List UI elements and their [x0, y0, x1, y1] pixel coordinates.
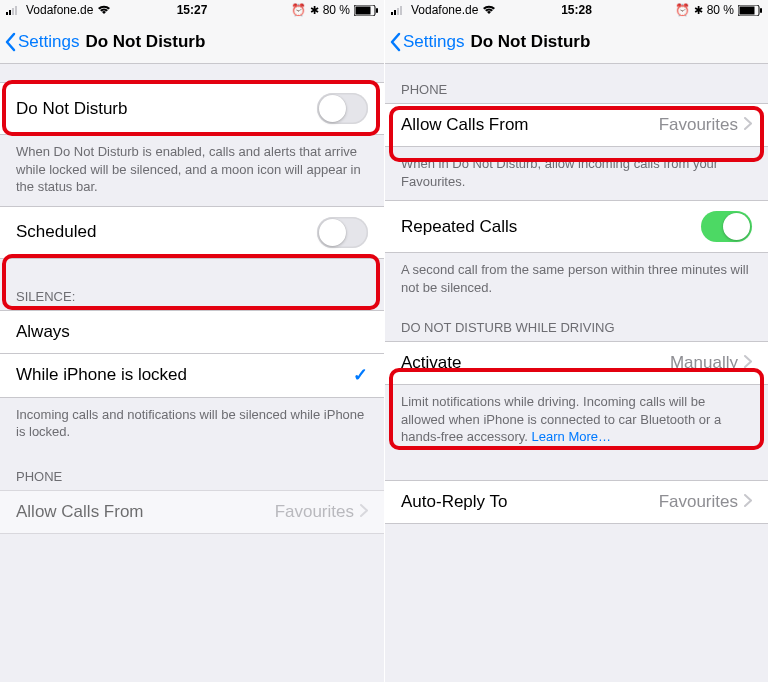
- screen-left: Vodafone.de 15:27 ⏰ ✱ 80 % Settings Do N…: [0, 0, 384, 682]
- silence-footer: Incoming calls and notifications will be…: [0, 398, 384, 451]
- status-bar: Vodafone.de 15:28 ⏰ ✱ 80 %: [385, 0, 768, 20]
- phone-header: PHONE: [0, 451, 384, 490]
- chevron-left-icon: [389, 32, 401, 52]
- allow-calls-label: Allow Calls From: [16, 502, 275, 522]
- dnd-switch[interactable]: [317, 93, 368, 124]
- dnd-footer: When Do Not Disturb is enabled, calls an…: [0, 135, 384, 206]
- nav-bar: Settings Do Not Disturb: [385, 20, 768, 64]
- silence-locked-label: While iPhone is locked: [16, 365, 353, 385]
- scheduled-label: Scheduled: [16, 222, 317, 242]
- nav-bar: Settings Do Not Disturb: [0, 20, 384, 64]
- status-bar: Vodafone.de 15:27 ⏰ ✱ 80 %: [0, 0, 384, 20]
- nav-title: Do Not Disturb: [85, 32, 205, 52]
- chevron-right-icon: [744, 115, 752, 135]
- silence-always-row[interactable]: Always: [0, 310, 384, 354]
- activate-row[interactable]: Activate Manually: [385, 341, 768, 385]
- driving-header: DO NOT DISTURB WHILE DRIVING: [385, 306, 768, 341]
- chevron-right-icon: [744, 492, 752, 512]
- back-button[interactable]: Settings: [385, 32, 464, 52]
- back-label: Settings: [403, 32, 464, 52]
- dnd-toggle-row[interactable]: Do Not Disturb: [0, 82, 384, 135]
- chevron-right-icon: [360, 502, 368, 522]
- auto-reply-row[interactable]: Auto-Reply To Favourites: [385, 480, 768, 524]
- check-icon: ✓: [353, 364, 368, 386]
- allow-calls-value: Favourites: [659, 115, 738, 135]
- back-button[interactable]: Settings: [0, 32, 79, 52]
- back-label: Settings: [18, 32, 79, 52]
- activate-value: Manually: [670, 353, 738, 373]
- silence-header: SILENCE:: [0, 259, 384, 310]
- repeated-footer: A second call from the same person withi…: [385, 253, 768, 306]
- scheduled-switch[interactable]: [317, 217, 368, 248]
- auto-reply-value: Favourites: [659, 492, 738, 512]
- repeated-calls-row[interactable]: Repeated Calls: [385, 200, 768, 253]
- status-time: 15:27: [0, 3, 384, 17]
- scheduled-row[interactable]: Scheduled: [0, 206, 384, 259]
- auto-reply-label: Auto-Reply To: [401, 492, 659, 512]
- phone-header: PHONE: [385, 64, 768, 103]
- repeated-label: Repeated Calls: [401, 217, 701, 237]
- allow-calls-label: Allow Calls From: [401, 115, 659, 135]
- activate-label: Activate: [401, 353, 670, 373]
- repeated-switch[interactable]: [701, 211, 752, 242]
- driving-footer: Limit notifications while driving. Incom…: [385, 385, 768, 456]
- allow-calls-footer: When in Do Not Disturb, allow incoming c…: [385, 147, 768, 200]
- silence-always-label: Always: [16, 322, 368, 342]
- allow-calls-row[interactable]: Allow Calls From Favourites: [0, 490, 384, 534]
- status-time: 15:28: [385, 3, 768, 17]
- allow-calls-row[interactable]: Allow Calls From Favourites: [385, 103, 768, 147]
- silence-locked-row[interactable]: While iPhone is locked ✓: [0, 354, 384, 398]
- allow-calls-value: Favourites: [275, 502, 354, 522]
- dnd-label: Do Not Disturb: [16, 99, 317, 119]
- screen-right: Vodafone.de 15:28 ⏰ ✱ 80 % Settings Do N…: [384, 0, 768, 682]
- chevron-right-icon: [744, 353, 752, 373]
- learn-more-link[interactable]: Learn More…: [532, 429, 611, 444]
- chevron-left-icon: [4, 32, 16, 52]
- nav-title: Do Not Disturb: [470, 32, 590, 52]
